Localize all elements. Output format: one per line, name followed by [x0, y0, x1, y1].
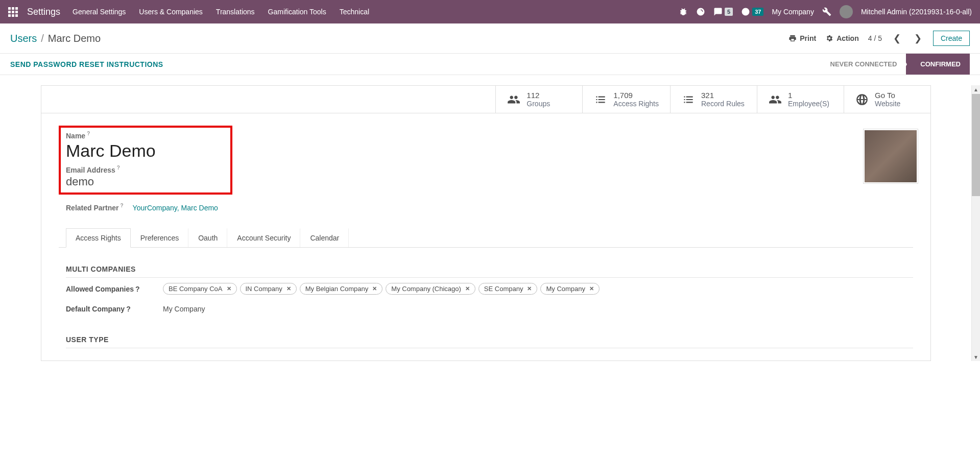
user-photo-image [865, 130, 917, 182]
section-user-type-title: USER TYPE [59, 335, 913, 344]
allowed-companies-tags[interactable]: BE Company CoA✕ IN Company✕ My Belgian C… [163, 283, 600, 295]
status-confirmed[interactable]: CONFIRMED [906, 54, 970, 75]
breadcrumb-bar: Users / Marc Demo Print Action 4 / 5 ❮ ❯… [0, 23, 980, 54]
send-reset-button[interactable]: SEND PASSWORD RESET INSTRUCTIONS [10, 60, 163, 68]
default-company-value[interactable]: My Company [163, 305, 205, 313]
stat-row: 112Groups 1,709Access Rights 321Record R… [41, 86, 930, 113]
breadcrumb-current: Marc Demo [48, 33, 101, 44]
activity-icon[interactable]: 37 [741, 7, 763, 16]
divider [66, 348, 913, 348]
nav-users-companies[interactable]: Users & Companies [139, 8, 203, 16]
tag-remove-icon[interactable]: ✕ [465, 285, 470, 292]
tab-account-security[interactable]: Account Security [227, 228, 300, 247]
form-sheet: 112Groups 1,709Access Rights 321Record R… [41, 85, 931, 361]
tag-company: My Belgian Company✕ [300, 283, 383, 295]
tab-preferences[interactable]: Preferences [131, 228, 188, 247]
tab-oauth[interactable]: Oauth [188, 228, 227, 247]
related-partner-row: Related Partner? YourCompany, Marc Demo [59, 204, 913, 212]
globe-icon [855, 93, 869, 106]
related-partner-link[interactable]: YourCompany, Marc Demo [133, 204, 218, 212]
list-icon [594, 93, 607, 106]
nav-menu: General Settings Users & Companies Trans… [73, 8, 369, 16]
scrollbar-thumb[interactable] [972, 94, 980, 196]
brand-title[interactable]: Settings [27, 7, 60, 17]
content-wrap: 112Groups 1,709Access Rights 321Record R… [0, 85, 980, 361]
stat-groups[interactable]: 112Groups [495, 86, 582, 113]
pager-text: 4 / 5 [868, 34, 882, 42]
print-icon [788, 34, 797, 42]
nav-translations[interactable]: Translations [216, 8, 255, 16]
scroll-down-arrow[interactable]: ▼ [972, 353, 980, 361]
tag-remove-icon[interactable]: ✕ [527, 285, 532, 292]
user-photo[interactable] [863, 129, 918, 184]
nav-technical[interactable]: Technical [340, 8, 369, 16]
breadcrumb-separator: / [41, 33, 44, 44]
user-avatar[interactable] [840, 5, 853, 18]
print-button[interactable]: Print [788, 34, 816, 42]
section-multi-companies-title: MULTI COMPANIES [59, 265, 913, 273]
tab-access-rights[interactable]: Access Rights [66, 228, 131, 248]
name-label: Name? [66, 132, 90, 140]
nav-general-settings[interactable]: General Settings [73, 8, 126, 16]
apps-icon[interactable] [8, 7, 18, 17]
messaging-badge: 5 [725, 8, 733, 16]
top-navbar: Settings General Settings Users & Compan… [0, 0, 980, 23]
gear-icon [825, 34, 833, 42]
allowed-companies-label: Allowed Companies? [66, 285, 152, 293]
statusbar-states: NEVER CONNECTED CONFIRMED [821, 54, 970, 75]
create-button[interactable]: Create [933, 31, 970, 46]
navbar-right: 5 37 My Company Mitchell Admin (22019931… [679, 5, 972, 18]
scrollbar[interactable]: ▲ ▼ [971, 85, 980, 361]
pager-next[interactable]: ❯ [912, 33, 924, 44]
stat-website[interactable]: Go ToWebsite [844, 86, 930, 113]
related-partner-label: Related Partner? [66, 204, 124, 212]
users-icon [507, 93, 520, 106]
tag-company: SE Company✕ [479, 283, 538, 295]
form-body: Name? Marc Demo Email Address? demo Rela… [41, 113, 930, 361]
support-icon[interactable] [696, 7, 705, 16]
pager-prev[interactable]: ❮ [891, 33, 903, 44]
highlight-box: Name? Marc Demo Email Address? demo [59, 126, 232, 195]
list-icon [682, 93, 695, 106]
breadcrumb-parent[interactable]: Users [10, 33, 37, 44]
activity-badge: 37 [752, 8, 763, 16]
default-company-label: Default Company? [66, 305, 152, 313]
name-field[interactable]: Marc Demo [66, 141, 225, 161]
tools-icon[interactable] [822, 7, 831, 16]
form-tabs: Access Rights Preferences Oauth Account … [59, 228, 913, 248]
stat-employees[interactable]: 1Employee(S) [757, 86, 844, 113]
scroll-up-arrow[interactable]: ▲ [972, 85, 980, 93]
breadcrumb: Users / Marc Demo [10, 33, 101, 44]
tag-company: My Company✕ [540, 283, 600, 295]
bug-icon[interactable] [679, 7, 688, 16]
status-bar: SEND PASSWORD RESET INSTRUCTIONS NEVER C… [0, 54, 980, 75]
stat-access-rights[interactable]: 1,709Access Rights [582, 86, 670, 113]
status-never-connected[interactable]: NEVER CONNECTED [821, 54, 906, 75]
nav-gamification[interactable]: Gamification Tools [268, 8, 326, 16]
tag-remove-icon[interactable]: ✕ [286, 285, 291, 292]
tag-company: IN Company✕ [240, 283, 297, 295]
breadcrumb-actions: Print Action 4 / 5 ❮ ❯ Create [788, 31, 970, 46]
tab-calendar[interactable]: Calendar [300, 228, 349, 247]
action-button[interactable]: Action [825, 34, 859, 42]
messaging-icon[interactable]: 5 [713, 7, 733, 16]
navbar-left: Settings General Settings Users & Compan… [8, 7, 369, 17]
stat-record-rules[interactable]: 321Record Rules [670, 86, 757, 113]
email-label: Email Address? [66, 166, 120, 174]
tag-remove-icon[interactable]: ✕ [589, 285, 594, 292]
tag-company: BE Company CoA✕ [163, 283, 237, 295]
default-company-row: Default Company? My Company [59, 300, 913, 318]
company-switcher[interactable]: My Company [772, 8, 814, 16]
tag-company: My Company (Chicago)✕ [386, 283, 475, 295]
users-icon [769, 93, 782, 106]
allowed-companies-row: Allowed Companies? BE Company CoA✕ IN Co… [59, 278, 913, 300]
tag-remove-icon[interactable]: ✕ [227, 285, 231, 292]
user-menu[interactable]: Mitchell Admin (22019931-16-0-all) [861, 8, 972, 16]
tag-remove-icon[interactable]: ✕ [372, 285, 377, 292]
email-field[interactable]: demo [66, 175, 225, 188]
